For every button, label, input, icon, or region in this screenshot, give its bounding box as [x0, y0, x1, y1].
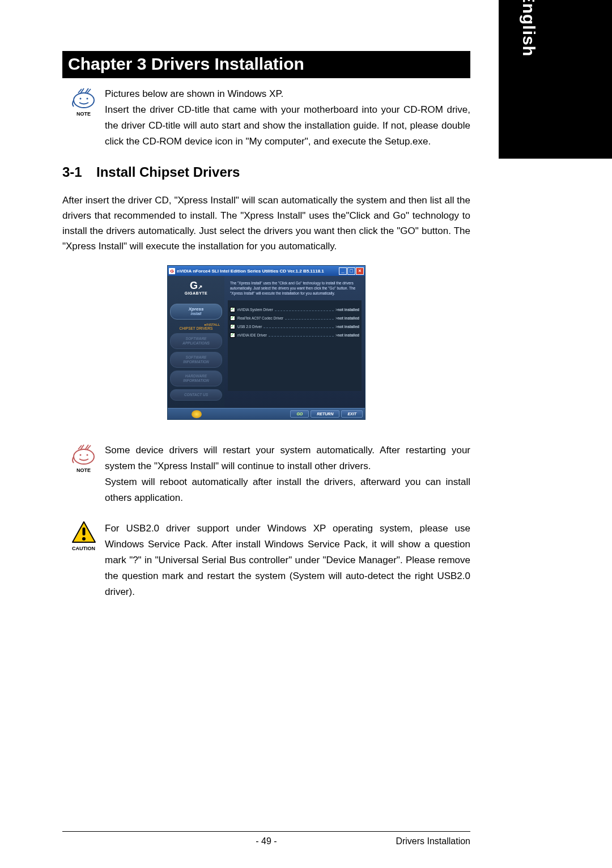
main-panel: The "Xpress Install" uses the "Click and… [224, 276, 365, 408]
installer-window: GnVIDIA nForce4 SLI Intel Edition Series… [167, 265, 366, 420]
exit-button[interactable]: EXIT [341, 410, 363, 418]
bottom-bar: GO RETURN EXIT [168, 408, 365, 419]
nav-install-label: ▸INSTALL [170, 322, 222, 326]
installer-intro: The "Xpress Install" uses the "Click and… [228, 279, 362, 300]
svg-point-3 [74, 449, 94, 464]
driver-name: nVIDIA IDE Driver [237, 333, 267, 337]
caution-label: CAUTION [62, 546, 105, 551]
note-icon [71, 86, 96, 109]
nav-chipset-drivers[interactable]: CHIPSET DRIVERS [170, 326, 222, 330]
svg-point-2 [86, 98, 88, 100]
driver-row: RealTek AC97 Codec Driver > not installe… [230, 316, 359, 321]
return-button[interactable]: RETURN [311, 410, 339, 418]
section-title: Install Chipset Drivers [96, 164, 240, 180]
driver-name: nVIDIA System Driver [237, 308, 273, 312]
svg-rect-6 [82, 527, 85, 535]
sidebar: G↗ GIGABYTE Xpress install ▸INSTALL CHIP… [168, 276, 224, 408]
language-label: English [519, 0, 538, 57]
nav-hardware-information[interactable]: HARDWARE INFORMATION [170, 371, 222, 386]
caution-icon [71, 521, 96, 543]
svg-point-5 [86, 454, 88, 456]
svg-point-4 [79, 454, 81, 456]
driver-list: nVIDIA System Driver > not installed Rea… [228, 300, 362, 391]
footer-section: Drivers Installation [396, 836, 470, 846]
driver-status: not installed [338, 325, 359, 329]
minimize-button[interactable]: _ [339, 267, 347, 275]
svg-point-1 [79, 98, 81, 100]
note-label: NOTE [62, 111, 105, 117]
maximize-button[interactable]: □ [347, 267, 355, 275]
caution-text: For USB2.0 driver support under Windows … [105, 521, 470, 600]
driver-status: not installed [338, 333, 359, 337]
page-number: - 49 - [256, 836, 277, 846]
intro-paragraph: After insert the driver CD, "Xpress Inst… [62, 193, 470, 254]
driver-name: USB 2.0 Driver [237, 325, 262, 329]
nav-software-applications[interactable]: SOFTWARE APPLICATIONS [170, 333, 222, 349]
driver-row: nVIDIA IDE Driver > not installed [230, 333, 359, 338]
language-tab: English [499, 0, 612, 159]
globe-icon[interactable] [192, 410, 202, 418]
footer-rule [62, 831, 470, 832]
chapter-title: Chapter 3 Drivers Installation [62, 51, 470, 78]
driver-row: USB 2.0 Driver > not installed [230, 324, 359, 329]
svg-point-7 [82, 537, 86, 541]
driver-name: RealTek AC97 Codec Driver [237, 316, 283, 320]
window-title: nVIDIA nForce4 SLI Intel Edition Series … [177, 269, 324, 274]
driver-row: nVIDIA System Driver > not installed [230, 307, 359, 312]
close-button[interactable]: × [356, 267, 364, 275]
driver-checkbox[interactable] [230, 316, 235, 321]
driver-status: not installed [338, 308, 359, 312]
app-icon: G [169, 268, 175, 274]
svg-point-0 [74, 93, 94, 108]
nav-contact-us[interactable]: CONTACT US [170, 389, 222, 401]
note-label: NOTE [62, 467, 105, 473]
driver-checkbox[interactable] [230, 307, 235, 312]
brand-name: GIGABYTE [170, 291, 222, 295]
nav-software-information[interactable]: SOFTWARE INFORMATION [170, 352, 222, 368]
go-button[interactable]: GO [290, 410, 309, 418]
brand-logo: G↗ [170, 282, 222, 291]
note-text-2: Some device drivers will restart your sy… [105, 442, 470, 506]
section-number: 3-1 [62, 164, 96, 180]
driver-checkbox[interactable] [230, 324, 235, 329]
driver-status: not installed [338, 316, 359, 320]
nav-xpress-install[interactable]: Xpress install [170, 304, 222, 320]
note-text-1: Pictures below are shown in Windows XP. … [105, 86, 470, 150]
title-bar: GnVIDIA nForce4 SLI Intel Edition Series… [168, 266, 365, 276]
driver-checkbox[interactable] [230, 333, 235, 338]
note-icon [71, 442, 96, 465]
section-heading: 3-1Install Chipset Drivers [62, 164, 470, 180]
